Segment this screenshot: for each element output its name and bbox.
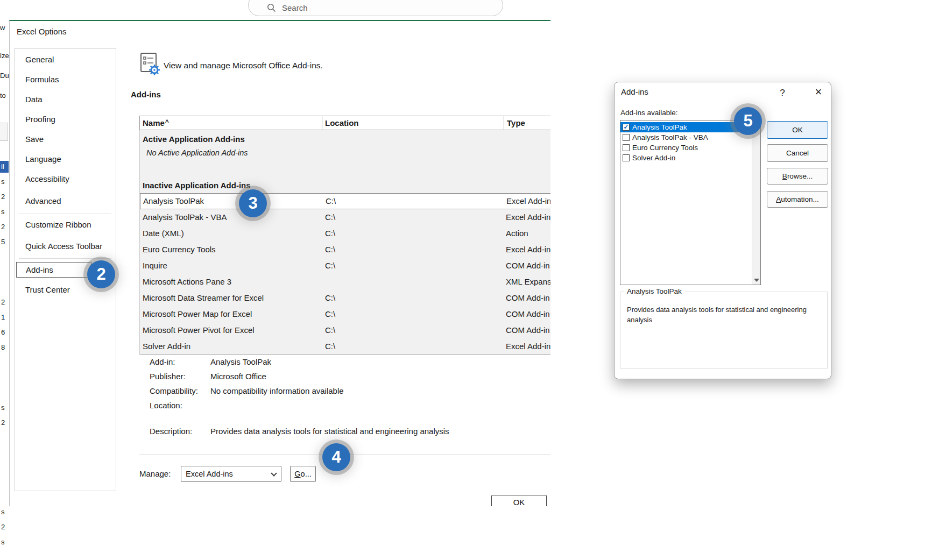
addins-rows: Analysis ToolPak C:\ Excel Add-in Analys… bbox=[140, 193, 550, 355]
addin-row-analysis-toolpak-vba[interactable]: Analysis ToolPak - VBA C:\ Excel Add-in bbox=[140, 209, 550, 225]
cell-location: C:\ bbox=[322, 209, 504, 225]
addin-row-microsoft-actions-pane-3[interactable]: Microsoft Actions Pane 3 XML Expansion bbox=[140, 274, 550, 290]
addin-row-solver-add-in[interactable]: Solver Add-in C:\ Excel Add-in bbox=[140, 338, 550, 355]
detail-row-description: Description: Provides data analysis tool… bbox=[150, 424, 449, 438]
sidebar-item-add-ins[interactable]: Add-ins bbox=[16, 262, 91, 278]
listbox-item-analysis-toolpak[interactable]: ✓ Analysis ToolPak bbox=[620, 122, 752, 132]
help-icon[interactable]: ? bbox=[774, 86, 791, 101]
sidebar-item-language[interactable]: Language bbox=[15, 151, 116, 167]
detail-label: Publisher: bbox=[150, 369, 210, 384]
addin-row-analysis-toolpak[interactable]: Analysis ToolPak C:\ Excel Add-in bbox=[140, 193, 550, 209]
cell-type: Excel Add-in bbox=[504, 209, 550, 225]
edge-fragment: 2 bbox=[1, 193, 5, 201]
listbox-item-analysis-toolpak-vba[interactable]: Analysis ToolPak - VBA bbox=[620, 132, 752, 143]
checkbox-checked-icon[interactable]: ✓ bbox=[623, 124, 630, 131]
cell-type: COM Add-in bbox=[504, 322, 550, 338]
checkbox-unchecked-icon[interactable] bbox=[623, 154, 630, 161]
sidebar-item-save[interactable]: Save bbox=[15, 131, 116, 147]
edge-fragment: s bbox=[1, 508, 5, 516]
checkbox-unchecked-icon[interactable] bbox=[623, 134, 630, 141]
listbox-scrollbar[interactable] bbox=[752, 120, 760, 285]
edge-fragment: 1 bbox=[1, 313, 5, 321]
addins-browse-button[interactable]: Browse... bbox=[767, 168, 828, 185]
addins-icon bbox=[139, 52, 162, 77]
addins-dialog-title: Add-ins bbox=[621, 87, 648, 96]
addins-automation-button[interactable]: Automation... bbox=[767, 191, 828, 208]
sidebar-item-advanced[interactable]: Advanced bbox=[15, 193, 116, 209]
edge-fragment: Du bbox=[0, 72, 9, 80]
detail-label: Compatibility: bbox=[150, 384, 210, 398]
addin-row-inquire[interactable]: Inquire C:\ COM Add-in bbox=[140, 258, 550, 274]
sidebar-item-proofing[interactable]: Proofing bbox=[15, 111, 116, 127]
addin-details: Add-in: Analysis ToolPak Publisher: Micr… bbox=[150, 355, 449, 438]
addin-row-microsoft-power-pivot[interactable]: Microsoft Power Pivot for Excel C:\ COM … bbox=[140, 322, 550, 338]
sidebar-item-formulas[interactable]: Formulas bbox=[15, 72, 116, 88]
step-badge-5: 5 bbox=[734, 107, 762, 135]
chevron-down-icon bbox=[271, 470, 277, 476]
listbox-item-label: Analysis ToolPak bbox=[632, 123, 687, 131]
detail-row-publisher: Publisher: Microsoft Office bbox=[150, 369, 449, 384]
column-header-location[interactable]: Location bbox=[322, 116, 504, 130]
edge-fragment: 2 bbox=[1, 298, 5, 306]
sidebar-item-accessibility[interactable]: Accessibility bbox=[15, 171, 116, 187]
step-badge-3: 3 bbox=[239, 189, 267, 217]
addin-row-date-xml[interactable]: Date (XML) C:\ Action bbox=[140, 225, 550, 242]
manage-dropdown[interactable]: Excel Add-ins bbox=[181, 466, 281, 482]
manage-label: Manage: bbox=[139, 466, 171, 482]
edge-fragment: w bbox=[0, 24, 5, 32]
detail-value: Analysis ToolPak bbox=[210, 355, 271, 369]
sidebar-separator bbox=[19, 258, 111, 259]
sidebar-item-data[interactable]: Data bbox=[15, 91, 116, 108]
listbox-item-solver-add-in[interactable]: Solver Add-in bbox=[620, 153, 752, 163]
cell-location: C:\ bbox=[322, 225, 504, 242]
addin-row-microsoft-power-map[interactable]: Microsoft Power Map for Excel C:\ COM Ad… bbox=[140, 306, 550, 322]
search-bar[interactable]: Search bbox=[248, 0, 503, 16]
search-placeholder: Search bbox=[282, 3, 308, 12]
detail-row-add-in: Add-in: Analysis ToolPak bbox=[150, 355, 449, 369]
close-icon[interactable]: × bbox=[809, 83, 828, 101]
column-header-name[interactable]: Name^ bbox=[140, 116, 322, 130]
cell-name: Analysis ToolPak - VBA bbox=[140, 209, 322, 225]
listbox-item-euro-currency-tools[interactable]: Euro Currency Tools bbox=[620, 143, 752, 153]
step-badge-2: 2 bbox=[87, 260, 115, 288]
dialog-title: Excel Options bbox=[17, 26, 67, 37]
cell-name: Microsoft Data Streamer for Excel bbox=[140, 290, 322, 306]
cell-name: Microsoft Power Map for Excel bbox=[140, 306, 322, 322]
edge-fragment: s bbox=[1, 208, 5, 216]
detail-label: Add-in: bbox=[150, 355, 210, 369]
column-header-name-label: Name bbox=[143, 118, 165, 127]
edge-fragment: 2 bbox=[1, 523, 5, 531]
go-button[interactable]: Go... bbox=[290, 466, 316, 482]
active-addins-group-label: Active Application Add-ins bbox=[143, 134, 245, 144]
cell-type: Excel Add-in bbox=[504, 338, 550, 355]
listbox-item-label: Analysis ToolPak - VBA bbox=[632, 133, 708, 141]
cell-name: Date (XML) bbox=[140, 225, 322, 242]
column-header-type[interactable]: Type bbox=[504, 116, 550, 130]
checkbox-unchecked-icon[interactable] bbox=[623, 144, 630, 151]
addins-table-body: Active Application Add-ins No Active App… bbox=[139, 130, 550, 355]
sidebar-item-customize-ribbon[interactable]: Customize Ribbon bbox=[15, 217, 116, 233]
cell-type: COM Add-in bbox=[504, 306, 550, 322]
addin-row-microsoft-data-streamer[interactable]: Microsoft Data Streamer for Excel C:\ CO… bbox=[140, 290, 550, 306]
edge-fragment: s bbox=[1, 538, 5, 546]
addin-row-euro-currency-tools[interactable]: Euro Currency Tools C:\ Excel Add-in bbox=[140, 242, 550, 258]
scrollbar-down-button[interactable] bbox=[752, 275, 760, 284]
cell-name: Inquire bbox=[140, 258, 322, 274]
excel-options-ok-button[interactable]: OK bbox=[491, 495, 547, 506]
no-active-addins-note: No Active Application Add-ins bbox=[146, 148, 248, 157]
inactive-addins-group-label: Inactive Application Add-ins bbox=[143, 181, 251, 190]
cell-type: XML Expansion bbox=[504, 274, 550, 290]
addins-cancel-button[interactable]: Cancel bbox=[767, 144, 828, 162]
detail-value: Microsoft Office bbox=[210, 369, 266, 384]
edge-fragment: s bbox=[1, 403, 5, 412]
sidebar-item-general[interactable]: General bbox=[15, 52, 116, 68]
addins-ok-button[interactable]: OK bbox=[767, 121, 828, 139]
cell-type: COM Add-in bbox=[504, 290, 550, 306]
addins-section-label: Add-ins bbox=[131, 90, 161, 99]
sidebar-item-quick-access-toolbar[interactable]: Quick Access Toolbar bbox=[15, 238, 116, 254]
cell-type: Action bbox=[504, 225, 550, 242]
edge-fragment: 5 bbox=[1, 238, 5, 246]
detail-row-compatibility: Compatibility: No compatibility informat… bbox=[150, 384, 449, 398]
cell-name: Microsoft Power Pivot for Excel bbox=[140, 322, 322, 338]
cell-location: C:\ bbox=[322, 258, 504, 274]
